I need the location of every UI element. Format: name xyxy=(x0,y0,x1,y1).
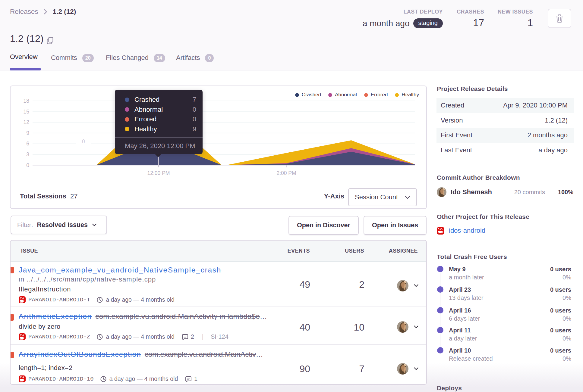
svg-text:18: 18 xyxy=(24,98,29,104)
svg-text:6: 6 xyxy=(26,141,29,147)
svg-text:0: 0 xyxy=(26,162,29,168)
svg-text:0: 0 xyxy=(82,138,85,145)
svg-text:2:00 PM: 2:00 PM xyxy=(276,170,296,176)
svg-text:9: 9 xyxy=(26,130,29,136)
svg-text:12: 12 xyxy=(24,119,29,125)
svg-text:3: 3 xyxy=(26,151,29,157)
svg-text:15: 15 xyxy=(24,109,29,115)
svg-text:12:00 PM: 12:00 PM xyxy=(147,170,170,176)
